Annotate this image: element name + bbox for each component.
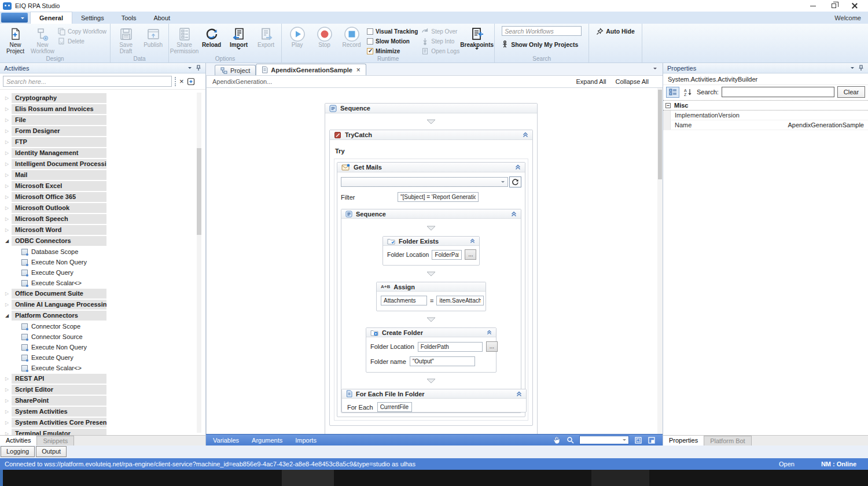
- expand-icon[interactable]: ▷: [2, 398, 12, 403]
- slow-motion-checkbox-icon[interactable]: [367, 38, 373, 45]
- expand-icon[interactable]: ▷: [2, 409, 12, 414]
- expand-icon[interactable]: ▷: [2, 431, 12, 436]
- tree-category-elis-rossum-and-invoices[interactable]: ▷Elis Rossum and Invoices: [2, 104, 205, 114]
- tab-platform-bot[interactable]: Platform Bot: [704, 436, 752, 446]
- breakpoints-button[interactable]: Breakpoints: [461, 24, 492, 55]
- step-over-button[interactable]: Step Over: [421, 27, 459, 35]
- get-mails-activity[interactable]: Get Mails: [337, 162, 525, 417]
- tab-tools[interactable]: Tools: [113, 12, 145, 24]
- folder-location-input[interactable]: [432, 250, 462, 260]
- browse-button[interactable]: ...: [486, 341, 498, 352]
- tree-activity-execute-scalar[interactable]: Execute Scalar<>: [21, 363, 205, 373]
- tree-category-rest-api[interactable]: ▷REST API: [2, 373, 205, 384]
- tab-list-dropdown-icon[interactable]: [653, 65, 657, 72]
- tab-about[interactable]: About: [145, 12, 179, 24]
- app-menu-button[interactable]: [1, 13, 28, 23]
- tree-category-mail[interactable]: ▷Mail: [2, 170, 205, 180]
- save-draft-button[interactable]: Save Draft: [112, 24, 139, 55]
- new-workflow-button[interactable]: New Workflow: [29, 24, 56, 55]
- tree-activity-execute-non-query[interactable]: Execute Non Query: [21, 257, 205, 267]
- create-folder-activity[interactable]: Create Folder Folder Location: [366, 327, 496, 373]
- variables-button[interactable]: Variables: [213, 437, 239, 444]
- play-button[interactable]: Play: [284, 24, 311, 55]
- expand-icon[interactable]: ▷: [2, 420, 12, 425]
- import-button[interactable]: Import: [225, 24, 252, 55]
- tree-category-microsoft-speech[interactable]: ▷Microsoft Speech: [2, 213, 205, 224]
- collapse-icon[interactable]: [470, 238, 475, 244]
- publish-button[interactable]: Publish: [139, 24, 167, 55]
- tab-general[interactable]: General: [30, 12, 72, 24]
- expand-icon[interactable]: ▷: [2, 139, 12, 145]
- collapse-icon[interactable]: [511, 211, 517, 217]
- tree-category-microsoft-office-365[interactable]: ▷Microsoft Office 365: [2, 192, 205, 202]
- sequence-activity[interactable]: Sequence TryCatch: [325, 103, 538, 434]
- expand-icon[interactable]: ▷: [2, 194, 12, 200]
- tree-category-microsoft-word[interactable]: ▷Microsoft Word: [2, 224, 205, 235]
- expand-icon[interactable]: ▷: [2, 302, 12, 307]
- clear-search-icon[interactable]: ×: [179, 78, 184, 85]
- expand-icon[interactable]: ▷: [2, 95, 12, 101]
- minimize-button[interactable]: [803, 1, 823, 11]
- delete-button[interactable]: Delete: [58, 37, 106, 45]
- inner-sequence-activity[interactable]: Sequence: [341, 209, 521, 413]
- minimize-checkbox[interactable]: Minimize: [367, 47, 418, 55]
- output-button[interactable]: Output: [36, 446, 67, 457]
- tab-properties[interactable]: Properties: [663, 436, 704, 446]
- create-folder-name-input[interactable]: [410, 356, 475, 366]
- copy-workflow-button[interactable]: Copy Workflow: [58, 27, 106, 35]
- show-only-my-projects-toggle[interactable]: Show Only My Projects: [502, 41, 582, 48]
- tree-category-script-editor[interactable]: ▷Script Editor: [2, 384, 205, 395]
- slow-motion-checkbox[interactable]: Slow Motion: [367, 37, 418, 45]
- step-into-button[interactable]: Step Into: [421, 37, 459, 45]
- clear-button[interactable]: Clear: [837, 86, 865, 98]
- zoom-magnifier-icon[interactable]: [567, 436, 574, 444]
- tab-snippets[interactable]: Snippets: [37, 436, 74, 446]
- expand-icon[interactable]: ▷: [2, 227, 12, 233]
- tree-category-terminal-emulator[interactable]: ▷Terminal Emulator: [2, 428, 205, 435]
- activities-scrollbar[interactable]: [197, 93, 201, 433]
- tree-category-system-activities-core-presentation[interactable]: ▷System Activities Core Presentation: [2, 417, 205, 428]
- tree-category-cryptography[interactable]: ▷Cryptography: [2, 93, 205, 103]
- tree-activity-connector-source[interactable]: Connector Source: [21, 332, 205, 342]
- new-project-button[interactable]: New Project: [2, 24, 29, 55]
- pin-icon[interactable]: [196, 65, 201, 71]
- assign-header[interactable]: A+B Assign: [377, 282, 486, 292]
- reload-button[interactable]: Reload: [198, 24, 225, 55]
- expand-icon[interactable]: ▷: [2, 387, 12, 392]
- collapse-icon[interactable]: ◢: [2, 238, 12, 244]
- minimize-checkbox-icon[interactable]: [367, 48, 373, 54]
- filter-input[interactable]: [398, 192, 479, 202]
- tree-category-microsoft-excel[interactable]: ▷Microsoft Excel: [2, 181, 205, 191]
- scrollbar-thumb[interactable]: [197, 148, 201, 235]
- folder-exists-activity[interactable]: Folder Exists Folder Location: [382, 236, 480, 266]
- tree-category-identity-management[interactable]: ▷Identity Management: [2, 148, 205, 158]
- mail-account-combobox[interactable]: [341, 177, 508, 187]
- collapse-icon[interactable]: [516, 391, 522, 397]
- categorized-view-button[interactable]: [666, 87, 679, 98]
- properties-search-input[interactable]: [722, 87, 834, 97]
- expand-icon[interactable]: ▷: [2, 128, 12, 134]
- property-row-name[interactable]: NameApendixGenerationSample: [663, 120, 868, 130]
- property-row-implementationversion[interactable]: ImplementationVersion: [663, 111, 868, 120]
- trycatch-header[interactable]: TryCatch: [330, 130, 532, 140]
- tree-category-ftp[interactable]: ▷FTP: [2, 137, 205, 147]
- tree-category-file[interactable]: ▷File: [2, 115, 205, 125]
- fit-to-screen-icon[interactable]: [634, 436, 642, 444]
- for-each-file-activity[interactable]: For Each File In Folder For Each: [341, 389, 527, 413]
- expand-icon[interactable]: ▷: [2, 376, 12, 381]
- share-permission-button[interactable]: Share Permission: [171, 24, 198, 55]
- trycatch-activity[interactable]: TryCatch Try: [329, 130, 533, 426]
- panel-menu-icon[interactable]: [188, 67, 192, 71]
- tree-category-system-activities[interactable]: ▷System Activities: [2, 406, 205, 417]
- expand-icon[interactable]: ▷: [2, 183, 12, 189]
- assign-activity[interactable]: A+B Assign =: [376, 282, 486, 311]
- activities-search-input[interactable]: [3, 76, 172, 87]
- tree-activity-execute-query[interactable]: Execute Query: [21, 352, 205, 363]
- assign-to-input[interactable]: [381, 296, 427, 305]
- stop-button[interactable]: Stop: [311, 24, 338, 55]
- collapse-icon[interactable]: [523, 132, 528, 138]
- tree-category-odbc-connectors[interactable]: ◢ODBC Connectors: [2, 235, 205, 246]
- tab-workflow-document[interactable]: ApendixGenerationSample ×: [256, 64, 366, 75]
- create-folder-location-input[interactable]: [418, 342, 483, 352]
- imports-button[interactable]: Imports: [295, 437, 317, 444]
